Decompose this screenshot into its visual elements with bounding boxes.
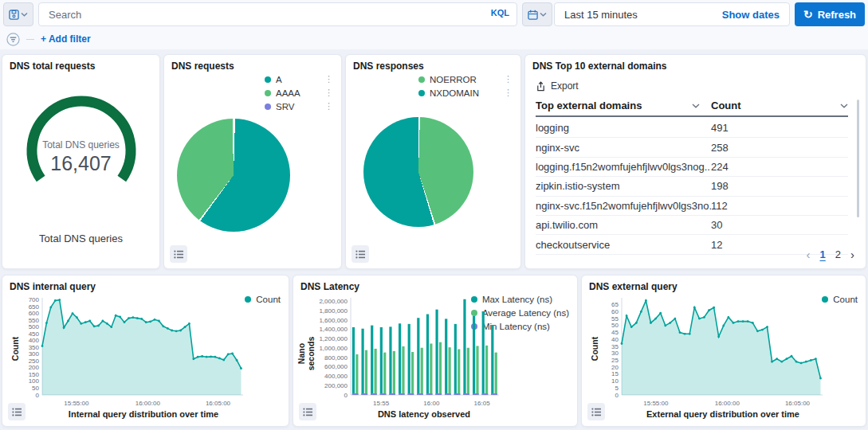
- legend-dot: [418, 90, 425, 96]
- svg-text:10: 10: [611, 377, 619, 385]
- table-scrollbar[interactable]: [857, 100, 859, 217]
- panel-dns-responses: DNS responses NOERROR⋮NXDOMAIN⋮: [345, 54, 521, 269]
- panel-dns-total-requests: DNS total requests Total DNS queries 16,…: [2, 54, 160, 269]
- legend-actions-icon[interactable]: ⋮: [324, 88, 333, 98]
- filter-settings-icon[interactable]: [6, 33, 20, 46]
- svg-text:65: 65: [611, 301, 619, 308]
- svg-text:16:05:00: 16:05:00: [206, 400, 231, 407]
- x-axis-title: External query distribution over time: [591, 409, 831, 419]
- list-icon: [12, 408, 22, 416]
- pagination-prev-icon[interactable]: ‹: [807, 248, 811, 261]
- column-header-domains[interactable]: Top external domains: [536, 100, 711, 111]
- panel-dns-internal-query: DNS internal query Count Count 050100150…: [2, 275, 289, 427]
- query-bar: KQL Last 15 minutes Show dates ↻ Refresh: [3, 2, 865, 26]
- x-axis-title: Internal query distribution over time: [12, 409, 251, 419]
- svg-text:35: 35: [611, 343, 619, 350]
- refresh-icon: ↻: [803, 9, 813, 20]
- export-icon: [536, 81, 546, 92]
- legend-item[interactable]: SRV⋮: [265, 101, 333, 111]
- legend-toggle-button[interactable]: [299, 403, 316, 420]
- svg-text:400: 400: [29, 337, 40, 344]
- legend-item[interactable]: AAAA⋮: [265, 88, 333, 98]
- svg-text:350: 350: [29, 344, 40, 351]
- gauge-chart: Total DNS queries 16,407: [10, 84, 153, 214]
- table-row: api.twilio.com30: [536, 216, 848, 235]
- svg-text:0: 0: [615, 392, 619, 399]
- svg-text:16:00:00: 16:00:00: [136, 400, 161, 407]
- pagination-next-icon[interactable]: ›: [850, 248, 854, 261]
- date-picker-quick-menu-button[interactable]: [522, 2, 552, 26]
- refresh-button[interactable]: ↻ Refresh: [795, 2, 865, 26]
- legend-item[interactable]: NXDOMAIN⋮: [418, 88, 513, 98]
- pie-legend: A⋮AAAA⋮SRV⋮: [265, 74, 333, 111]
- panel-title: DNS total requests: [10, 61, 95, 72]
- legend-actions-icon[interactable]: ⋮: [504, 74, 513, 84]
- svg-text:400,000: 400,000: [324, 373, 348, 380]
- time-range-input[interactable]: Last 15 minutes Show dates: [554, 2, 790, 26]
- legend-dot: [265, 104, 271, 110]
- panel-title: DNS Top 10 external domains: [532, 61, 667, 72]
- pie-chart-dns-responses[interactable]: [363, 117, 473, 227]
- table-row: checkoutservice12: [536, 235, 848, 254]
- svg-text:45: 45: [611, 329, 619, 336]
- search-input[interactable]: [38, 2, 517, 26]
- legend-actions-icon[interactable]: ⋮: [324, 74, 333, 84]
- svg-text:500: 500: [29, 323, 40, 330]
- export-button[interactable]: Export: [536, 80, 579, 92]
- legend-dot: [265, 76, 271, 83]
- svg-text:700: 700: [29, 296, 40, 303]
- svg-text:2,000,000: 2,000,000: [319, 298, 348, 305]
- svg-text:50: 50: [32, 385, 39, 392]
- legend-toggle-button[interactable]: [587, 403, 605, 420]
- filter-divider: [26, 39, 34, 40]
- svg-text:100: 100: [29, 377, 40, 385]
- gauge-value: 16,407: [10, 152, 153, 175]
- legend-toggle-button[interactable]: [8, 403, 26, 420]
- panel-top-external-domains: DNS Top 10 external domains Export Top e…: [524, 54, 866, 269]
- legend-item[interactable]: A⋮: [265, 74, 333, 84]
- pagination-page-2[interactable]: 2: [835, 248, 841, 260]
- legend-toggle-button[interactable]: [170, 245, 187, 263]
- panel-dns-external-query: DNS external query Count Count 051015202…: [581, 275, 866, 427]
- svg-text:550: 550: [29, 317, 40, 324]
- panel-title: DNS internal query: [10, 281, 96, 292]
- svg-text:50: 50: [611, 322, 619, 329]
- svg-text:25: 25: [611, 357, 619, 364]
- saved-query-button[interactable]: [3, 2, 33, 26]
- table-row: zipkin.istio-system198: [536, 177, 848, 196]
- svg-text:650: 650: [29, 303, 40, 311]
- svg-text:20: 20: [611, 364, 619, 371]
- pie-legend: NOERROR⋮NXDOMAIN⋮: [418, 74, 513, 98]
- table-row: nginx-svc258: [536, 138, 848, 157]
- kql-language-button[interactable]: KQL: [491, 8, 509, 18]
- list-icon: [303, 408, 312, 416]
- chevron-down-icon: [21, 12, 28, 17]
- svg-text:16:05: 16:05: [474, 400, 491, 407]
- table-row: nginx-svc.f15n2womfujehfjlwv0lgs3no...11…: [536, 197, 848, 216]
- svg-text:1,600,000: 1,600,000: [319, 317, 348, 324]
- svg-text:200: 200: [29, 364, 40, 371]
- calendar-icon: [528, 10, 538, 20]
- legend-actions-icon[interactable]: ⋮: [504, 88, 513, 98]
- list-icon: [591, 408, 601, 416]
- svg-text:150: 150: [29, 371, 40, 378]
- sort-chevron-icon: [840, 104, 848, 108]
- svg-text:15:55:00: 15:55:00: [64, 400, 89, 407]
- show-dates-button[interactable]: Show dates: [722, 9, 780, 21]
- add-filter-button[interactable]: + Add filter: [41, 33, 91, 45]
- pie-chart-dns-requests[interactable]: [177, 119, 290, 232]
- svg-text:15: 15: [611, 370, 619, 377]
- svg-text:450: 450: [29, 330, 40, 338]
- svg-text:16:00:00: 16:00:00: [715, 400, 740, 407]
- column-header-count[interactable]: Count: [711, 100, 848, 111]
- gauge-bottom-label: Total DNS queries: [2, 233, 159, 244]
- pagination-page-1[interactable]: 1: [820, 248, 826, 260]
- chevron-down-icon: [540, 12, 547, 17]
- legend-actions-icon[interactable]: ⋮: [324, 101, 333, 111]
- svg-text:5: 5: [615, 385, 619, 392]
- svg-text:1,400,000: 1,400,000: [319, 326, 348, 333]
- legend-toggle-button[interactable]: [352, 245, 369, 263]
- legend-item[interactable]: NOERROR⋮: [418, 74, 513, 84]
- x-axis-title: DNS latency observed: [303, 409, 504, 419]
- svg-text:300: 300: [29, 350, 40, 358]
